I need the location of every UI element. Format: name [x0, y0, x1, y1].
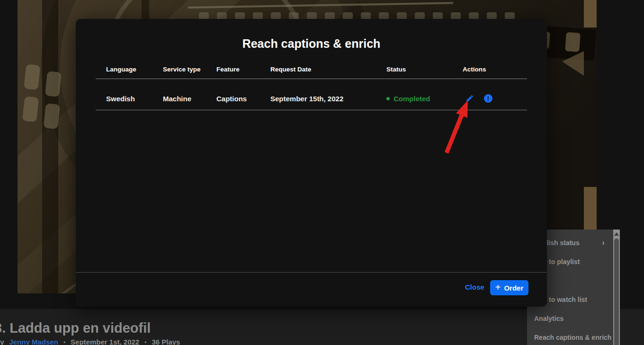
byline-prefix: by	[0, 338, 4, 345]
plus-icon: +	[495, 283, 501, 292]
scrollbar-thumb[interactable]	[614, 239, 619, 345]
footer-divider	[76, 272, 547, 273]
cell-language: Swedish	[106, 95, 163, 103]
separator-dot: •	[144, 339, 146, 345]
header-request-date: Request Date	[270, 66, 386, 73]
plays-count: 36 Plays	[152, 338, 180, 345]
scroll-up-arrow-icon[interactable]	[614, 232, 619, 236]
menu-item-label: Reach captions & enrich	[534, 334, 611, 341]
header-service-type: Service type	[163, 66, 216, 73]
status-label: Completed	[394, 95, 430, 103]
header-feature: Feature	[216, 66, 270, 73]
header-status: Status	[386, 66, 463, 73]
order-button-label: Order	[504, 284, 523, 292]
modal-title: Reach captions & enrich	[76, 37, 547, 51]
cell-service-type: Machine	[163, 95, 216, 103]
menu-item-label: Analytics	[534, 315, 564, 322]
header-language: Language	[106, 66, 163, 73]
author-link[interactable]: Jenny Madsen	[9, 338, 58, 345]
status-dot-icon	[386, 97, 390, 100]
header-actions: Actions	[463, 66, 527, 73]
cell-feature: Captions	[216, 95, 270, 103]
menu-item-reach-captions-enrich[interactable]: Reach captions & enrich	[527, 328, 620, 345]
header-divider	[96, 79, 527, 79]
cell-request-date: September 15th, 2022	[270, 95, 386, 103]
chevron-right-icon: ›	[602, 238, 605, 248]
video-title: 3. Ladda upp en videofil	[0, 320, 151, 336]
red-annotation-arrow	[436, 92, 488, 161]
menu-scrollbar[interactable]	[613, 230, 620, 345]
menu-item-analytics[interactable]: Analytics	[527, 309, 620, 328]
order-button[interactable]: + Order	[490, 280, 528, 295]
table-header-row: Language Service type Feature Request Da…	[96, 66, 527, 73]
publish-date: September 1st, 2022	[71, 338, 139, 345]
close-button[interactable]: Close	[465, 283, 484, 291]
separator-dot: •	[63, 339, 65, 345]
video-meta-row: by Jenny Madsen • September 1st, 2022 • …	[0, 338, 180, 345]
reach-captions-modal: Reach captions & enrich Language Service…	[76, 19, 547, 307]
